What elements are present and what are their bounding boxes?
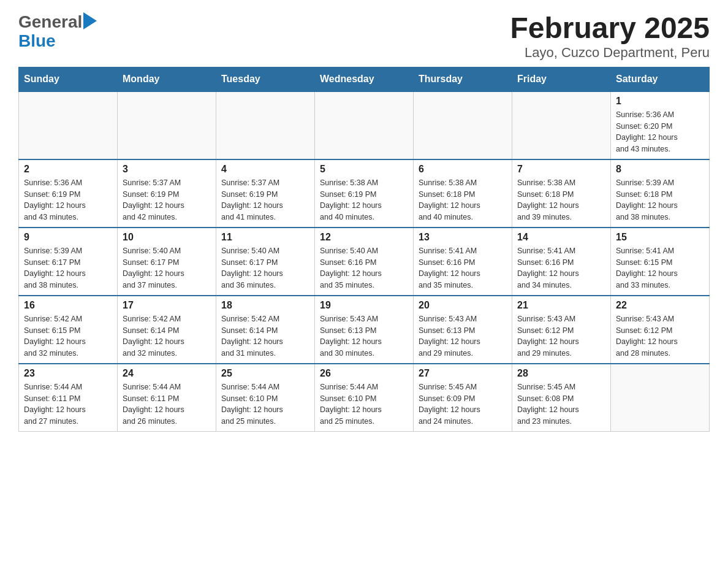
day-info: Sunrise: 5:38 AM Sunset: 6:19 PM Dayligh… (320, 177, 408, 223)
day-number: 3 (123, 164, 211, 175)
calendar-cell: 21Sunrise: 5:43 AM Sunset: 6:12 PM Dayli… (512, 296, 611, 364)
calendar-header-wednesday: Wednesday (315, 67, 414, 91)
day-number: 1 (616, 96, 704, 107)
day-info: Sunrise: 5:40 AM Sunset: 6:17 PM Dayligh… (123, 245, 211, 291)
calendar-cell (611, 364, 710, 432)
day-number: 20 (419, 300, 507, 311)
calendar-week-2: 2Sunrise: 5:36 AM Sunset: 6:19 PM Daylig… (19, 159, 710, 228)
day-number: 27 (419, 368, 507, 379)
day-number: 16 (24, 300, 112, 311)
calendar-header-saturday: Saturday (611, 67, 710, 91)
day-number: 7 (517, 164, 605, 175)
calendar-week-3: 9Sunrise: 5:39 AM Sunset: 6:17 PM Daylig… (19, 228, 710, 296)
day-number: 23 (24, 368, 112, 379)
calendar-cell: 19Sunrise: 5:43 AM Sunset: 6:13 PM Dayli… (315, 296, 414, 364)
calendar-cell: 16Sunrise: 5:42 AM Sunset: 6:15 PM Dayli… (19, 296, 118, 364)
title-block: February 2025 Layo, Cuzco Department, Pe… (510, 12, 710, 61)
calendar-cell: 5Sunrise: 5:38 AM Sunset: 6:19 PM Daylig… (315, 159, 414, 228)
day-number: 17 (123, 300, 211, 311)
calendar-cell: 23Sunrise: 5:44 AM Sunset: 6:11 PM Dayli… (19, 364, 118, 432)
day-info: Sunrise: 5:36 AM Sunset: 6:19 PM Dayligh… (24, 177, 112, 223)
logo: General Blue (18, 12, 97, 51)
page-header: General Blue February 2025 Layo, Cuzco D… (18, 12, 710, 61)
calendar-cell: 25Sunrise: 5:44 AM Sunset: 6:10 PM Dayli… (216, 364, 315, 432)
calendar-cell: 14Sunrise: 5:41 AM Sunset: 6:16 PM Dayli… (512, 228, 611, 296)
calendar-header-thursday: Thursday (414, 67, 512, 91)
calendar-cell: 27Sunrise: 5:45 AM Sunset: 6:09 PM Dayli… (414, 364, 512, 432)
calendar-cell (216, 91, 315, 159)
page-subtitle: Layo, Cuzco Department, Peru (510, 45, 710, 61)
calendar-cell: 7Sunrise: 5:38 AM Sunset: 6:18 PM Daylig… (512, 159, 611, 228)
calendar-cell: 8Sunrise: 5:39 AM Sunset: 6:18 PM Daylig… (611, 159, 710, 228)
day-number: 11 (221, 232, 309, 243)
calendar-cell (19, 91, 118, 159)
logo-general-text: General (18, 13, 82, 31)
logo-arrow-icon (83, 12, 97, 29)
day-info: Sunrise: 5:43 AM Sunset: 6:13 PM Dayligh… (419, 313, 507, 359)
calendar-cell (414, 91, 512, 159)
calendar-header-monday: Monday (118, 67, 216, 91)
calendar-cell: 12Sunrise: 5:40 AM Sunset: 6:16 PM Dayli… (315, 228, 414, 296)
calendar-cell: 22Sunrise: 5:43 AM Sunset: 6:12 PM Dayli… (611, 296, 710, 364)
calendar-cell: 28Sunrise: 5:45 AM Sunset: 6:08 PM Dayli… (512, 364, 611, 432)
calendar-cell: 11Sunrise: 5:40 AM Sunset: 6:17 PM Dayli… (216, 228, 315, 296)
calendar-cell: 20Sunrise: 5:43 AM Sunset: 6:13 PM Dayli… (414, 296, 512, 364)
day-info: Sunrise: 5:37 AM Sunset: 6:19 PM Dayligh… (123, 177, 211, 223)
day-info: Sunrise: 5:40 AM Sunset: 6:16 PM Dayligh… (320, 245, 408, 291)
day-info: Sunrise: 5:44 AM Sunset: 6:11 PM Dayligh… (123, 381, 211, 427)
day-number: 19 (320, 300, 408, 311)
calendar-header-tuesday: Tuesday (216, 67, 315, 91)
day-info: Sunrise: 5:41 AM Sunset: 6:15 PM Dayligh… (616, 245, 704, 291)
day-info: Sunrise: 5:44 AM Sunset: 6:10 PM Dayligh… (221, 381, 309, 427)
day-info: Sunrise: 5:43 AM Sunset: 6:12 PM Dayligh… (517, 313, 605, 359)
day-info: Sunrise: 5:41 AM Sunset: 6:16 PM Dayligh… (517, 245, 605, 291)
calendar-cell: 6Sunrise: 5:38 AM Sunset: 6:18 PM Daylig… (414, 159, 512, 228)
day-number: 6 (419, 164, 507, 175)
calendar-cell: 3Sunrise: 5:37 AM Sunset: 6:19 PM Daylig… (118, 159, 216, 228)
day-info: Sunrise: 5:37 AM Sunset: 6:19 PM Dayligh… (221, 177, 309, 223)
calendar-header-row: SundayMondayTuesdayWednesdayThursdayFrid… (19, 67, 710, 91)
day-info: Sunrise: 5:38 AM Sunset: 6:18 PM Dayligh… (517, 177, 605, 223)
calendar-cell: 9Sunrise: 5:39 AM Sunset: 6:17 PM Daylig… (19, 228, 118, 296)
calendar-week-5: 23Sunrise: 5:44 AM Sunset: 6:11 PM Dayli… (19, 364, 710, 432)
calendar-table: SundayMondayTuesdayWednesdayThursdayFrid… (18, 67, 710, 432)
calendar-cell: 17Sunrise: 5:42 AM Sunset: 6:14 PM Dayli… (118, 296, 216, 364)
day-number: 12 (320, 232, 408, 243)
day-number: 8 (616, 164, 704, 175)
day-info: Sunrise: 5:40 AM Sunset: 6:17 PM Dayligh… (221, 245, 309, 291)
calendar-cell (512, 91, 611, 159)
day-number: 9 (24, 232, 112, 243)
day-number: 22 (616, 300, 704, 311)
day-info: Sunrise: 5:42 AM Sunset: 6:15 PM Dayligh… (24, 313, 112, 359)
calendar-cell: 24Sunrise: 5:44 AM Sunset: 6:11 PM Dayli… (118, 364, 216, 432)
day-info: Sunrise: 5:38 AM Sunset: 6:18 PM Dayligh… (419, 177, 507, 223)
calendar-header-sunday: Sunday (19, 67, 118, 91)
calendar-cell: 4Sunrise: 5:37 AM Sunset: 6:19 PM Daylig… (216, 159, 315, 228)
day-info: Sunrise: 5:43 AM Sunset: 6:12 PM Dayligh… (616, 313, 704, 359)
page-title: February 2025 (510, 12, 710, 45)
calendar-cell: 26Sunrise: 5:44 AM Sunset: 6:10 PM Dayli… (315, 364, 414, 432)
day-info: Sunrise: 5:41 AM Sunset: 6:16 PM Dayligh… (419, 245, 507, 291)
calendar-cell: 13Sunrise: 5:41 AM Sunset: 6:16 PM Dayli… (414, 228, 512, 296)
day-number: 14 (517, 232, 605, 243)
day-number: 4 (221, 164, 309, 175)
calendar-cell (315, 91, 414, 159)
day-number: 18 (221, 300, 309, 311)
day-info: Sunrise: 5:45 AM Sunset: 6:08 PM Dayligh… (517, 381, 605, 427)
calendar-week-1: 1Sunrise: 5:36 AM Sunset: 6:20 PM Daylig… (19, 91, 710, 159)
calendar-cell: 18Sunrise: 5:42 AM Sunset: 6:14 PM Dayli… (216, 296, 315, 364)
logo-blue-text: Blue (18, 31, 56, 51)
day-number: 28 (517, 368, 605, 379)
day-number: 5 (320, 164, 408, 175)
day-info: Sunrise: 5:42 AM Sunset: 6:14 PM Dayligh… (221, 313, 309, 359)
day-info: Sunrise: 5:43 AM Sunset: 6:13 PM Dayligh… (320, 313, 408, 359)
day-info: Sunrise: 5:39 AM Sunset: 6:17 PM Dayligh… (24, 245, 112, 291)
day-info: Sunrise: 5:44 AM Sunset: 6:10 PM Dayligh… (320, 381, 408, 427)
calendar-cell: 1Sunrise: 5:36 AM Sunset: 6:20 PM Daylig… (611, 91, 710, 159)
day-number: 21 (517, 300, 605, 311)
day-number: 24 (123, 368, 211, 379)
day-number: 25 (221, 368, 309, 379)
day-info: Sunrise: 5:42 AM Sunset: 6:14 PM Dayligh… (123, 313, 211, 359)
day-info: Sunrise: 5:36 AM Sunset: 6:20 PM Dayligh… (616, 109, 704, 155)
calendar-cell: 15Sunrise: 5:41 AM Sunset: 6:15 PM Dayli… (611, 228, 710, 296)
